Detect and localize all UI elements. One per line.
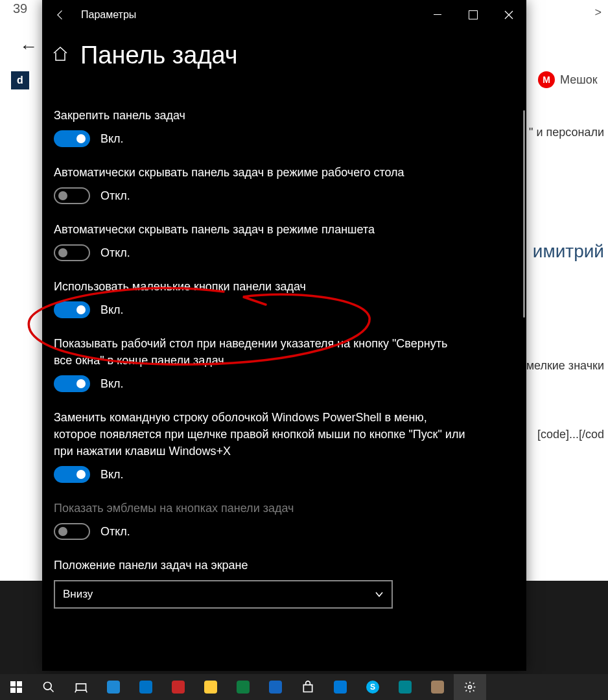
toggle-switch[interactable] bbox=[54, 375, 90, 392]
setting-label: Показать эмблемы на кнопках панели задач bbox=[54, 500, 469, 517]
maximize-button[interactable] bbox=[455, 0, 491, 29]
home-button[interactable] bbox=[52, 45, 69, 65]
excel-icon bbox=[237, 681, 250, 694]
task-view-icon bbox=[75, 681, 88, 694]
skype-icon: S bbox=[366, 681, 379, 694]
page-title: Панель задач bbox=[80, 41, 238, 69]
edge-icon bbox=[107, 681, 120, 694]
store-icon bbox=[301, 681, 314, 694]
app-tan-icon bbox=[431, 681, 444, 694]
setting-label: Положение панели задач на экране bbox=[54, 557, 469, 574]
toggle-state: Вкл. bbox=[100, 468, 124, 482]
bookmark-meshok[interactable]: M Мешок bbox=[538, 71, 598, 88]
setting-label: Использовать маленькие кнопки панели зад… bbox=[54, 278, 469, 295]
window-titlebar: Параметры bbox=[42, 0, 526, 29]
minimize-button[interactable] bbox=[419, 0, 455, 29]
app-blue-icon bbox=[269, 681, 282, 694]
browser-back-button[interactable]: ← bbox=[19, 36, 38, 57]
background-text: мелкие значки bbox=[526, 359, 604, 373]
setting-label: Закрепить панель задач bbox=[54, 107, 469, 124]
tab-count-badge: 39 bbox=[13, 1, 27, 16]
arrow-left-icon bbox=[54, 8, 67, 21]
svg-point-0 bbox=[44, 682, 52, 690]
toggle-state: Откл. bbox=[100, 525, 130, 539]
toggle-switch[interactable] bbox=[54, 301, 90, 318]
toggle-state: Вкл. bbox=[100, 377, 124, 391]
tab-scroll-right[interactable]: > bbox=[594, 6, 602, 19]
start-icon bbox=[10, 681, 22, 693]
background-text: имитрий bbox=[533, 241, 604, 262]
background-text: [code]...[/cod bbox=[537, 428, 604, 441]
site-logo-d[interactable]: d bbox=[11, 71, 29, 89]
svg-point-2 bbox=[469, 686, 472, 689]
toggle-state: Вкл. bbox=[100, 303, 124, 317]
app-teal-icon bbox=[399, 681, 412, 694]
meshok-icon: M bbox=[538, 71, 555, 88]
mail-icon bbox=[139, 681, 152, 694]
dropdown-value: Внизу bbox=[63, 588, 93, 601]
toggle-switch bbox=[54, 523, 90, 540]
taskbar-app-red[interactable] bbox=[162, 674, 194, 700]
taskbar-explorer[interactable] bbox=[194, 674, 227, 700]
taskbar-task-view[interactable] bbox=[65, 674, 97, 700]
background-text: " и персонали bbox=[529, 126, 604, 139]
explorer-icon bbox=[204, 681, 217, 694]
taskbar-app-tan[interactable] bbox=[421, 674, 454, 700]
setting-label: Показывать рабочий стол при наведении ук… bbox=[54, 335, 469, 369]
toggle-state: Откл. bbox=[100, 246, 130, 260]
taskbar-excel[interactable] bbox=[227, 674, 259, 700]
back-button[interactable] bbox=[42, 0, 78, 29]
taskbar-app-teal[interactable] bbox=[389, 674, 421, 700]
close-icon bbox=[504, 10, 513, 19]
taskbar: S bbox=[0, 674, 608, 700]
taskbar-mail[interactable] bbox=[130, 674, 162, 700]
taskbar-start[interactable] bbox=[0, 674, 32, 700]
window-title: Параметры bbox=[81, 9, 136, 21]
taskbar-settings[interactable] bbox=[454, 674, 486, 700]
gear-icon bbox=[463, 681, 476, 694]
chevron-down-icon bbox=[375, 590, 384, 599]
app-red-icon bbox=[172, 681, 185, 694]
taskbar-calculator[interactable] bbox=[324, 674, 357, 700]
toggle-switch[interactable] bbox=[54, 466, 90, 483]
toggle-state: Вкл. bbox=[100, 132, 124, 146]
setting-label: Автоматически скрывать панель задач в ре… bbox=[54, 221, 469, 238]
toggle-switch[interactable] bbox=[54, 244, 90, 261]
taskbar-app-blue[interactable] bbox=[259, 674, 292, 700]
setting-label: Автоматически скрывать панель задач в ре… bbox=[54, 164, 469, 181]
close-button[interactable] bbox=[491, 0, 526, 29]
toggle-switch[interactable] bbox=[54, 187, 90, 204]
calculator-icon bbox=[334, 681, 347, 694]
search-icon bbox=[42, 681, 55, 694]
taskbar-search[interactable] bbox=[32, 674, 65, 700]
svg-rect-1 bbox=[76, 684, 86, 690]
taskbar-store[interactable] bbox=[292, 674, 324, 700]
setting-label: Заменить командную строку оболочкой Wind… bbox=[54, 409, 469, 460]
toggle-switch[interactable] bbox=[54, 130, 90, 147]
settings-window: Параметры Панель задач Закрепить панель … bbox=[42, 0, 526, 671]
taskbar-position-dropdown[interactable]: Внизу bbox=[54, 580, 393, 609]
home-icon bbox=[52, 45, 69, 62]
toggle-state: Откл. bbox=[100, 189, 130, 203]
bookmark-label: Мешок bbox=[560, 73, 598, 87]
taskbar-skype[interactable]: S bbox=[357, 674, 389, 700]
taskbar-edge[interactable] bbox=[97, 674, 130, 700]
